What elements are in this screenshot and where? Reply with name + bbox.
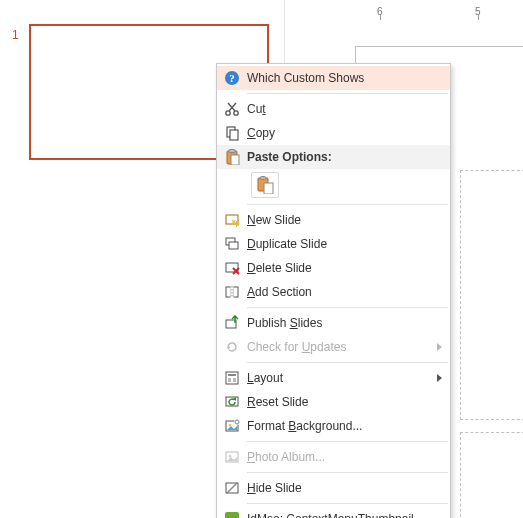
svg-rect-10	[231, 155, 239, 165]
svg-rect-12	[261, 177, 266, 180]
item-label: Photo Album...	[247, 450, 442, 464]
which-custom-shows-item[interactable]: ? Which Custom Shows	[217, 66, 450, 90]
svg-rect-22	[233, 287, 238, 297]
idmso-item[interactable]: a IdMso: ContextMenuThumbnail	[217, 507, 450, 518]
item-label: Cut	[247, 102, 442, 116]
item-label: Duplicate Slide	[247, 237, 442, 251]
svg-rect-21	[226, 287, 231, 297]
item-label: Add Section	[247, 285, 442, 299]
add-section-icon	[217, 284, 247, 300]
context-menu-thumbnail: ? Which Custom Shows Cut Copy Paste Opti…	[216, 63, 451, 518]
svg-rect-13	[264, 183, 273, 194]
delete-slide-icon	[217, 260, 247, 276]
help-icon: ?	[217, 70, 247, 86]
copy-item[interactable]: Copy	[217, 121, 450, 145]
slide-number: 1	[12, 28, 19, 42]
ruler-tick-5: 5	[475, 2, 481, 20]
paste-options-header: Paste Options:	[217, 145, 450, 169]
submenu-arrow-icon	[437, 374, 442, 382]
item-label: Hide Slide	[247, 481, 442, 495]
item-label: Publish Slides	[247, 316, 442, 330]
svg-point-2	[226, 111, 230, 115]
clipboard-icon	[217, 149, 247, 165]
separator	[247, 362, 448, 363]
separator	[247, 503, 448, 504]
format-background-icon	[217, 418, 247, 434]
scissors-icon	[217, 101, 247, 117]
horizontal-ruler: 6 5	[305, 2, 523, 20]
svg-rect-27	[226, 372, 238, 384]
addin-icon: a	[217, 511, 247, 518]
new-slide-item[interactable]: New Slide	[217, 208, 450, 232]
svg-line-39	[227, 483, 237, 493]
separator	[247, 204, 448, 205]
item-label: New Slide	[247, 213, 442, 227]
add-section-item[interactable]: Add Section	[217, 280, 450, 304]
publish-slides-icon	[217, 315, 247, 331]
hide-slide-icon	[217, 480, 247, 496]
refresh-icon	[217, 339, 247, 355]
hide-slide-item[interactable]: Hide Slide	[217, 476, 450, 500]
item-label: Which Custom Shows	[247, 71, 442, 85]
submenu-arrow-icon	[437, 343, 442, 351]
separator	[247, 307, 448, 308]
copy-icon	[217, 125, 247, 141]
item-label: Reset Slide	[247, 395, 442, 409]
new-slide-icon	[217, 212, 247, 228]
svg-text:a: a	[229, 513, 235, 518]
item-label: Paste Options:	[247, 150, 442, 164]
separator	[247, 441, 448, 442]
svg-point-34	[229, 424, 232, 427]
cut-item[interactable]: Cut	[217, 97, 450, 121]
svg-rect-28	[228, 374, 236, 376]
reset-slide-icon	[217, 394, 247, 410]
item-label: Format Background...	[247, 419, 442, 433]
duplicate-slide-icon	[217, 236, 247, 252]
item-label: Check for Updates	[247, 340, 431, 354]
delete-slide-item[interactable]: Delete Slide	[217, 256, 450, 280]
reset-slide-item[interactable]: Reset Slide	[217, 390, 450, 414]
svg-rect-29	[228, 378, 231, 382]
svg-rect-7	[230, 130, 238, 140]
check-for-updates-item: Check for Updates	[217, 335, 450, 359]
svg-point-3	[234, 111, 238, 115]
svg-marker-32	[233, 397, 236, 401]
separator	[247, 93, 448, 94]
content-placeholder-1[interactable]	[460, 170, 523, 420]
layout-item[interactable]: Layout	[217, 366, 450, 390]
item-label: Copy	[247, 126, 442, 140]
item-label: IdMso: ContextMenuThumbnail	[247, 512, 442, 518]
publish-slides-item[interactable]: Publish Slides	[217, 311, 450, 335]
ruler-tick-6: 6	[377, 2, 383, 20]
layout-icon	[217, 370, 247, 386]
paste-default-icon	[256, 176, 274, 194]
photo-album-item: Photo Album...	[217, 445, 450, 469]
paste-options-row	[217, 169, 450, 201]
svg-text:?: ?	[229, 72, 235, 84]
item-label: Delete Slide	[247, 261, 442, 275]
separator	[247, 472, 448, 473]
photo-album-icon	[217, 449, 247, 465]
item-label: Layout	[247, 371, 431, 385]
duplicate-slide-item[interactable]: Duplicate Slide	[217, 232, 450, 256]
svg-line-5	[228, 103, 235, 111]
svg-rect-17	[229, 242, 238, 249]
svg-rect-30	[233, 378, 236, 382]
svg-point-37	[229, 455, 232, 458]
paste-keep-source-button[interactable]	[251, 172, 279, 198]
svg-rect-9	[229, 150, 235, 153]
svg-line-4	[229, 103, 236, 111]
format-background-item[interactable]: Format Background...	[217, 414, 450, 438]
